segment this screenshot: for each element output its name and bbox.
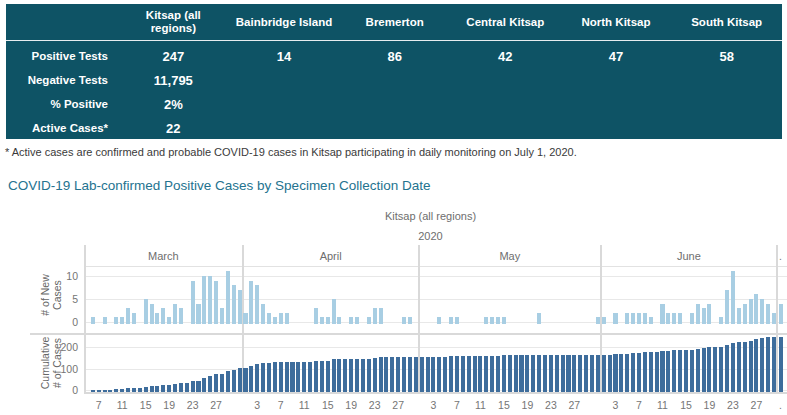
cumulative-bar[interactable]: [508, 355, 512, 392]
new-cases-bar[interactable]: [238, 290, 242, 324]
new-cases-bar[interactable]: [449, 317, 453, 324]
new-cases-bar[interactable]: [725, 290, 729, 324]
cumulative-bar[interactable]: [144, 387, 148, 392]
cumulative-bar[interactable]: [290, 362, 294, 392]
new-cases-bar[interactable]: [408, 317, 412, 324]
new-cases-bar[interactable]: [625, 313, 629, 324]
new-cases-bar[interactable]: [161, 308, 165, 324]
cumulative-bar[interactable]: [279, 362, 283, 392]
new-cases-bar[interactable]: [613, 313, 617, 324]
new-cases-bar[interactable]: [766, 304, 770, 324]
new-cases-bar[interactable]: [232, 285, 236, 324]
cumulative-bar[interactable]: [91, 390, 95, 392]
cumulative-bar[interactable]: [155, 386, 159, 392]
new-cases-bar[interactable]: [490, 317, 494, 324]
cumulative-bar[interactable]: [619, 354, 623, 392]
cumulative-bar[interactable]: [138, 388, 142, 392]
cumulative-bar[interactable]: [208, 376, 212, 392]
cumulative-bar[interactable]: [707, 347, 711, 392]
cumulative-bar[interactable]: [337, 359, 341, 392]
new-cases-bar[interactable]: [672, 313, 676, 324]
new-cases-bar[interactable]: [220, 308, 224, 324]
new-cases-bar[interactable]: [355, 317, 359, 324]
cumulative-bar[interactable]: [302, 362, 306, 392]
cumulative-bar[interactable]: [525, 355, 529, 392]
cumulative-bar[interactable]: [314, 361, 318, 392]
cumulative-bar[interactable]: [173, 384, 177, 392]
new-cases-bar[interactable]: [326, 317, 330, 324]
cumulative-bar[interactable]: [202, 378, 206, 392]
cumulative-bar[interactable]: [132, 388, 136, 392]
new-cases-bar[interactable]: [496, 317, 500, 324]
cumulative-bar[interactable]: [519, 355, 523, 392]
cumulative-bar[interactable]: [531, 355, 535, 392]
new-cases-bar[interactable]: [602, 317, 606, 324]
cumulative-bar[interactable]: [97, 390, 101, 392]
new-cases-bar[interactable]: [320, 317, 324, 324]
cumulative-bar[interactable]: [226, 371, 230, 392]
cumulative-bar[interactable]: [566, 355, 570, 392]
cumulative-bar[interactable]: [754, 339, 758, 392]
new-cases-bar[interactable]: [696, 304, 700, 324]
new-cases-bar[interactable]: [91, 317, 95, 324]
new-cases-bar[interactable]: [537, 313, 541, 324]
new-cases-bar[interactable]: [690, 313, 694, 324]
new-cases-bar[interactable]: [273, 317, 277, 324]
cumulative-bar[interactable]: [431, 357, 435, 392]
cumulative-bar[interactable]: [637, 353, 641, 392]
cumulative-bar[interactable]: [273, 362, 277, 392]
new-cases-bar[interactable]: [332, 299, 336, 324]
cumulative-bar[interactable]: [161, 385, 165, 392]
cumulative-bar[interactable]: [390, 357, 394, 392]
cumulative-bar[interactable]: [666, 351, 670, 392]
new-cases-bar[interactable]: [120, 317, 124, 324]
cumulative-bar[interactable]: [126, 388, 130, 392]
cumulative-bar[interactable]: [379, 357, 383, 392]
cumulative-bar[interactable]: [473, 356, 477, 392]
new-cases-bar[interactable]: [631, 313, 635, 324]
cumulative-bar[interactable]: [590, 355, 594, 392]
cumulative-bar[interactable]: [696, 349, 700, 392]
new-cases-bar[interactable]: [719, 317, 723, 324]
cumulative-bar[interactable]: [713, 347, 717, 392]
cumulative-bar[interactable]: [261, 363, 265, 392]
new-cases-bar[interactable]: [737, 308, 741, 324]
new-cases-bar[interactable]: [643, 313, 647, 324]
cumulative-bar[interactable]: [332, 359, 336, 392]
cumulative-bar[interactable]: [461, 356, 465, 392]
new-cases-bar[interactable]: [255, 285, 259, 324]
cumulative-bar[interactable]: [643, 352, 647, 392]
cumulative-bar[interactable]: [443, 357, 447, 392]
new-cases-bar[interactable]: [285, 313, 289, 324]
cumulative-bar[interactable]: [185, 383, 189, 392]
new-cases-bar[interactable]: [267, 313, 271, 324]
new-cases-bar[interactable]: [666, 313, 670, 324]
cumulative-bar[interactable]: [150, 386, 154, 392]
new-cases-bar[interactable]: [484, 317, 488, 324]
new-cases-bar[interactable]: [226, 271, 230, 324]
new-cases-bar[interactable]: [214, 281, 218, 324]
cumulative-bar[interactable]: [502, 355, 506, 392]
new-cases-bar[interactable]: [743, 304, 747, 324]
new-cases-bar[interactable]: [760, 299, 764, 324]
cumulative-bar[interactable]: [484, 356, 488, 392]
cumulative-bar[interactable]: [232, 370, 236, 392]
cumulative-bar[interactable]: [684, 350, 688, 392]
cumulative-bar[interactable]: [737, 342, 741, 392]
new-cases-bar[interactable]: [314, 308, 318, 324]
new-cases-bar[interactable]: [678, 313, 682, 324]
new-cases-bar[interactable]: [660, 304, 664, 324]
new-cases-bar[interactable]: [202, 276, 206, 324]
cumulative-bar[interactable]: [108, 390, 112, 392]
new-cases-bar[interactable]: [754, 294, 758, 324]
cumulative-bar[interactable]: [243, 368, 247, 392]
cumulative-bar[interactable]: [238, 368, 242, 392]
cumulative-bar[interactable]: [678, 350, 682, 392]
cumulative-bar[interactable]: [349, 359, 353, 392]
cumulative-bar[interactable]: [478, 356, 482, 392]
cumulative-bar[interactable]: [214, 374, 218, 392]
new-cases-bar[interactable]: [649, 317, 653, 324]
new-cases-bar[interactable]: [772, 313, 776, 324]
cumulative-bar[interactable]: [426, 357, 430, 392]
cumulative-bar[interactable]: [772, 337, 776, 392]
